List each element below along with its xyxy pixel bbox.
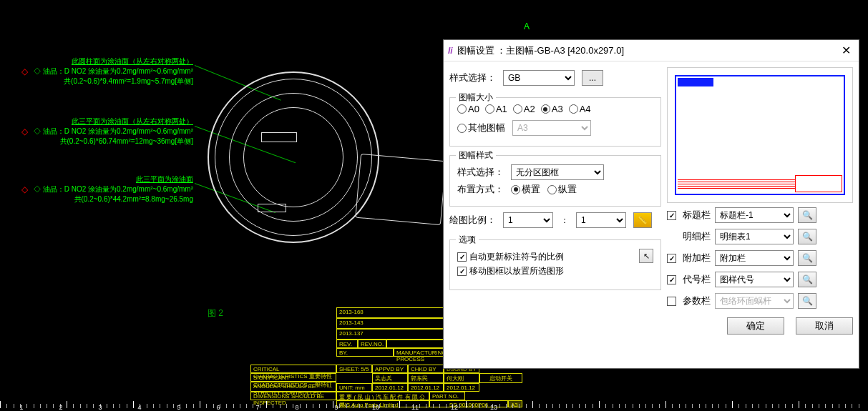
options-group: 选项 自动更新标注符号的比例 移动图框以放置所选图形 ↖ — [449, 239, 661, 290]
scale-left-select[interactable]: 1 — [503, 212, 553, 228]
frame-style-select[interactable]: 无分区图框 — [511, 164, 604, 180]
browse-style-button[interactable]: ... — [582, 70, 603, 86]
layout-horizontal-radio[interactable]: 横置 — [511, 183, 540, 196]
other-size-select: A3 — [512, 120, 591, 136]
ok-button[interactable]: 确定 — [727, 317, 784, 335]
annotation-1: 此圆柱面为涂油面（从左右对称两处） ◇ 油品：D NO2 涂油量为0.2mg/m… — [29, 56, 193, 86]
ruler-label-8: 8 — [295, 404, 298, 411]
axis-label-a: A — [524, 21, 530, 31]
layout-vertical-radio[interactable]: 纵置 — [547, 183, 577, 196]
style-select[interactable]: GB — [503, 70, 575, 86]
pick-icon-button[interactable]: ↖ — [639, 249, 653, 263]
ruler-label-6: 6 — [216, 404, 220, 411]
search-icon-btn-4: 🔍 — [798, 293, 816, 309]
cad-slot-2 — [258, 204, 286, 212]
ruler-label-12: 12 — [451, 404, 458, 411]
ruler-label-7: 7 — [255, 404, 259, 411]
ruler: 12345678910111213 — [0, 397, 868, 411]
ruler-label-10: 10 — [372, 404, 379, 411]
scale-right-select[interactable]: 1 — [576, 212, 626, 228]
cad-part-inner — [243, 107, 343, 207]
diamond-mark-1: ◇ — [21, 66, 28, 76]
style-choice-label: 样式选择： — [449, 71, 496, 84]
combo-0[interactable]: 标题栏-1 — [715, 207, 794, 223]
combo-4: 包络环面蜗杆 — [715, 293, 794, 309]
frame-style-label: 样式选择： — [457, 166, 504, 179]
right-row-3: 代号栏图样代号🔍 — [667, 272, 853, 287]
cad-slot-1 — [261, 132, 297, 142]
right-row-4: 参数栏包络环面蜗杆🔍 — [667, 293, 853, 309]
size-radio-a0[interactable]: A0 — [457, 104, 479, 114]
size-radio-a1[interactable]: A1 — [485, 104, 507, 114]
cancel-button[interactable]: 取消 — [796, 317, 853, 335]
other-size-radio[interactable]: 其他图幅 — [457, 122, 505, 134]
cad-part-bracket — [355, 154, 446, 225]
combo-2[interactable]: 附加栏 — [715, 250, 794, 266]
frame-style-group: 图幅样式 样式选择： 无分区图框 布置方式： 横置 纵置 — [449, 155, 661, 207]
size-radio-a4[interactable]: A4 — [569, 104, 591, 114]
search-icon-btn-3[interactable]: 🔍 — [798, 272, 816, 287]
dialog-titlebar[interactable]: li 图幅设置 ：主图幅-GB-A3 [420.0x297.0] ✕ — [444, 40, 859, 61]
app-icon: li — [448, 46, 453, 56]
diamond-mark-2: ◇ — [21, 127, 28, 137]
ruler-label-13: 13 — [490, 404, 497, 411]
diamond-mark-3: ◇ — [21, 184, 28, 194]
size-radio-a3[interactable]: A3 — [541, 104, 563, 114]
combo-3[interactable]: 图样代号 — [715, 272, 794, 287]
ruler-label-4: 4 — [137, 404, 141, 411]
ruler-label-11: 11 — [411, 404, 419, 411]
search-icon-btn-1[interactable]: 🔍 — [798, 229, 816, 244]
annotation-3: 此三平面为涂油面 ◇ 油品：D NO2 涂油量为0.2mg/mm²~0.6mg/… — [29, 174, 193, 204]
ruler-label-5: 5 — [177, 404, 180, 411]
size-radios: A0A1A2A3A4 — [457, 104, 653, 114]
chk-0[interactable] — [667, 211, 676, 220]
ruler-label-9: 9 — [334, 404, 338, 411]
size-group: 图幅大小 A0A1A2A3A4 其他图幅 A3 — [449, 97, 661, 147]
scale-label: 绘图比例： — [449, 214, 496, 227]
search-icon-btn-2[interactable]: 🔍 — [798, 250, 816, 266]
opt-move-frame[interactable]: 移动图框以放置所选图形 — [457, 265, 564, 277]
ruler-label-2: 2 — [59, 404, 62, 411]
chk-4[interactable] — [667, 297, 676, 306]
chk-3[interactable] — [667, 275, 676, 284]
measure-icon-button[interactable]: 📏 — [633, 212, 652, 228]
layout-label: 布置方式： — [457, 183, 504, 196]
chk-2[interactable] — [667, 254, 676, 263]
ruler-label-3: 3 — [98, 404, 102, 411]
opt-auto-update[interactable]: 自动更新标注符号的比例 — [457, 251, 564, 263]
right-row-2: 附加栏附加栏🔍 — [667, 250, 853, 266]
search-icon-btn-0[interactable]: 🔍 — [798, 207, 816, 223]
combo-1[interactable]: 明细表1 — [715, 229, 794, 244]
dialog-title: 图幅设置 ：主图幅-GB-A3 [420.0x297.0] — [457, 44, 833, 57]
figure-label: 图 2 — [208, 307, 223, 320]
right-row-0: 标题栏标题栏-1🔍 — [667, 207, 853, 223]
annotation-2: 此三平面为涂油面（从左右对称两处） ◇ 油品：D NO2 涂油量为0.2mg/m… — [29, 117, 193, 147]
ruler-label-1: 1 — [19, 404, 23, 411]
frame-settings-dialog: li 图幅设置 ：主图幅-GB-A3 [420.0x297.0] ✕ 样式选择：… — [443, 39, 859, 369]
size-radio-a2[interactable]: A2 — [513, 104, 535, 114]
preview-box — [667, 67, 853, 203]
right-row-1: 明细栏明细表1🔍 — [667, 229, 853, 244]
close-button[interactable]: ✕ — [837, 44, 854, 57]
